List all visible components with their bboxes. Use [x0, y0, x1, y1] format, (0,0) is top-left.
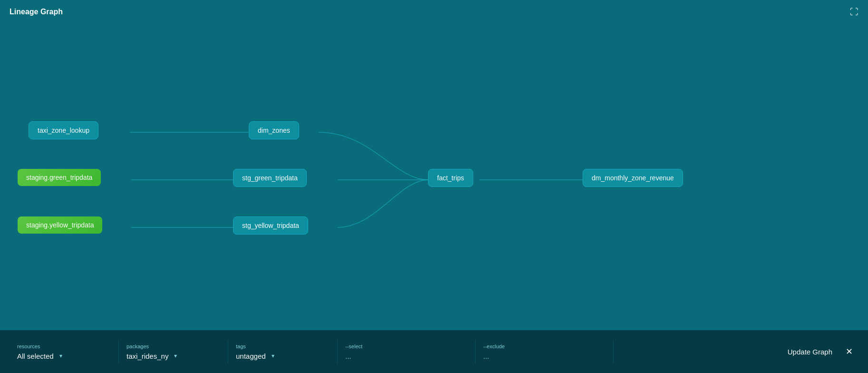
node-stg-yellow-tripdata[interactable]: stg_yellow_tripdata	[233, 216, 308, 235]
update-graph-button[interactable]: Update Graph	[780, 348, 840, 356]
tags-value: untagged	[236, 352, 266, 360]
node-fact-trips[interactable]: fact_trips	[428, 169, 473, 187]
packages-filter: packages taxi_rides_ny ▾	[119, 340, 228, 364]
resources-label: resources	[17, 344, 111, 349]
page-title: Lineage Graph	[10, 8, 63, 16]
exclude-filter: --exclude ...	[476, 340, 614, 364]
select-value: ...	[345, 352, 351, 360]
packages-chevron-icon: ▾	[174, 353, 177, 359]
resources-value: All selected	[17, 352, 54, 360]
expand-icon[interactable]: ⛶	[850, 7, 858, 17]
resources-filter: resources All selected ▾	[10, 340, 119, 364]
tags-label: tags	[236, 344, 330, 349]
packages-label: packages	[127, 344, 220, 349]
exclude-input[interactable]: ...	[483, 352, 605, 360]
footer: resources All selected ▾ packages taxi_r…	[0, 330, 868, 373]
resources-chevron-icon: ▾	[59, 353, 62, 359]
packages-value: taxi_rides_ny	[127, 352, 168, 360]
exclude-label: --exclude	[483, 344, 605, 349]
select-input[interactable]: ...	[345, 352, 468, 360]
node-staging-green-tripdata[interactable]: staging.green_tripdata	[18, 169, 101, 186]
graph-canvas: taxi_zone_lookup dim_zones staging.green…	[0, 24, 868, 330]
resources-dropdown[interactable]: All selected ▾	[17, 352, 111, 360]
select-label: --select	[345, 344, 468, 349]
tags-chevron-icon: ▾	[272, 353, 274, 359]
tags-dropdown[interactable]: untagged ▾	[236, 352, 330, 360]
close-button[interactable]: ✕	[840, 346, 858, 357]
node-taxi-zone-lookup[interactable]: taxi_zone_lookup	[29, 121, 98, 139]
header: Lineage Graph ⛶	[0, 0, 868, 24]
node-stg-green-tripdata[interactable]: stg_green_tripdata	[233, 169, 307, 187]
select-filter: --select ...	[338, 340, 476, 364]
tags-filter: tags untagged ▾	[228, 340, 338, 364]
node-dim-zones[interactable]: dim_zones	[249, 121, 299, 139]
node-dm-monthly-zone-revenue[interactable]: dm_monthly_zone_revenue	[583, 169, 683, 187]
packages-dropdown[interactable]: taxi_rides_ny ▾	[127, 352, 220, 360]
node-staging-yellow-tripdata[interactable]: staging.yellow_tripdata	[18, 216, 102, 234]
exclude-value: ...	[483, 352, 489, 360]
